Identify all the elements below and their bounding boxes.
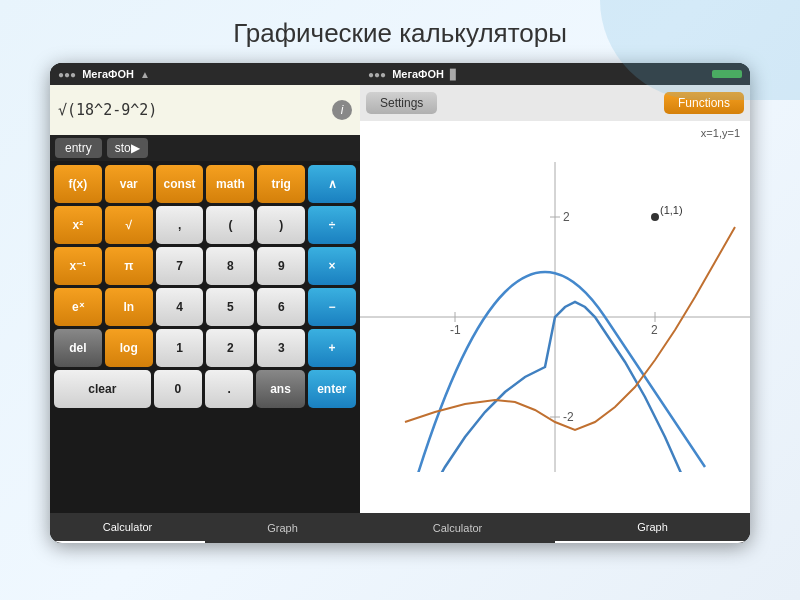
key-row-4: eˣ ln 4 5 6 −	[54, 288, 356, 326]
svg-point-11	[651, 213, 659, 221]
wifi-icon: ▲	[140, 69, 150, 80]
svg-text:(1,1): (1,1)	[660, 204, 683, 216]
key-trig[interactable]: trig	[257, 165, 305, 203]
key-del[interactable]: del	[54, 329, 102, 367]
key-sqrt[interactable]: √	[105, 206, 153, 244]
key-const[interactable]: const	[156, 165, 204, 203]
status-bar-left: ●●● МегаФОН ▲	[50, 63, 360, 85]
key-math[interactable]: math	[206, 165, 254, 203]
keypad: f(x) var const math trig ∧ x² √ , ( ) ÷ …	[50, 161, 360, 513]
key-clear[interactable]: clear	[54, 370, 151, 408]
key-lparen[interactable]: (	[206, 206, 254, 244]
green-bar	[712, 70, 742, 78]
svg-text:2: 2	[563, 210, 570, 224]
svg-text:-1: -1	[450, 323, 461, 337]
signal-icon: ●●●	[58, 69, 76, 80]
tab-graph-right[interactable]: Graph	[555, 513, 750, 543]
tab-graph-left[interactable]: Graph	[205, 513, 360, 543]
key-multiply[interactable]: ×	[308, 247, 356, 285]
key-2[interactable]: 2	[206, 329, 254, 367]
left-calculator-panel: ●●● МегаФОН ▲ √(18^2-9^2) i entry sto▶ f…	[50, 63, 360, 543]
display-expression: √(18^2-9^2)	[58, 101, 157, 119]
coord-display: x=1,y=1	[701, 127, 740, 139]
key-ans[interactable]: ans	[256, 370, 304, 408]
functions-button[interactable]: Functions	[664, 92, 744, 114]
tab-calculator-right[interactable]: Calculator	[360, 513, 555, 543]
graph-svg: -1 2 2 -2	[360, 121, 750, 513]
key-caret[interactable]: ∧	[308, 165, 356, 203]
calculator-container: ●●● МегаФОН ▲ √(18^2-9^2) i entry sto▶ f…	[50, 63, 750, 543]
battery-icon: ▊	[450, 69, 458, 80]
graph-area: x=1,y=1 -1 2 2 -2	[360, 121, 750, 513]
page-title: Графические калькуляторы	[233, 18, 567, 49]
key-xinverse[interactable]: x⁻¹	[54, 247, 102, 285]
key-row-5: del log 1 2 3 +	[54, 329, 356, 367]
key-fx[interactable]: f(x)	[54, 165, 102, 203]
carrier-label: МегаФОН	[82, 68, 134, 80]
key-plus[interactable]: +	[308, 329, 356, 367]
info-icon[interactable]: i	[332, 100, 352, 120]
key-enter[interactable]: enter	[308, 370, 356, 408]
key-3[interactable]: 3	[257, 329, 305, 367]
key-7[interactable]: 7	[156, 247, 204, 285]
entry-row: entry sto▶	[50, 135, 360, 161]
key-ex[interactable]: eˣ	[54, 288, 102, 326]
key-log[interactable]: log	[105, 329, 153, 367]
key-var[interactable]: var	[105, 165, 153, 203]
key-rparen[interactable]: )	[257, 206, 305, 244]
settings-button[interactable]: Settings	[366, 92, 437, 114]
key-row-6: clear 0 . ans enter	[54, 370, 356, 408]
key-divide[interactable]: ÷	[308, 206, 356, 244]
key-xsquared[interactable]: x²	[54, 206, 102, 244]
key-1[interactable]: 1	[156, 329, 204, 367]
svg-text:2: 2	[651, 323, 658, 337]
key-0[interactable]: 0	[154, 370, 202, 408]
sto-button[interactable]: sto▶	[107, 138, 148, 158]
key-ln[interactable]: ln	[105, 288, 153, 326]
key-8[interactable]: 8	[206, 247, 254, 285]
key-6[interactable]: 6	[257, 288, 305, 326]
key-row-3: x⁻¹ π 7 8 9 ×	[54, 247, 356, 285]
key-pi[interactable]: π	[105, 247, 153, 285]
key-minus[interactable]: −	[308, 288, 356, 326]
svg-text:-2: -2	[563, 410, 574, 424]
graph-toolbar: Settings Functions	[360, 85, 750, 121]
tab-bar-right: Calculator Graph	[360, 513, 750, 543]
key-row-2: x² √ , ( ) ÷	[54, 206, 356, 244]
entry-button[interactable]: entry	[55, 138, 102, 158]
status-bar-right: ●●● МегаФОН ▊	[360, 63, 750, 85]
right-graph-panel: ●●● МегаФОН ▊ Settings Functions x=1,y=1…	[360, 63, 750, 543]
key-comma[interactable]: ,	[156, 206, 204, 244]
signal-icon-right: ●●●	[368, 69, 386, 80]
carrier-label-right: МегаФОН	[392, 68, 444, 80]
key-9[interactable]: 9	[257, 247, 305, 285]
tab-bar-left: Calculator Graph	[50, 513, 360, 543]
key-dot[interactable]: .	[205, 370, 253, 408]
calculator-display: √(18^2-9^2) i	[50, 85, 360, 135]
key-5[interactable]: 5	[206, 288, 254, 326]
key-4[interactable]: 4	[156, 288, 204, 326]
key-row-1: f(x) var const math trig ∧	[54, 165, 356, 203]
tab-calculator-left[interactable]: Calculator	[50, 513, 205, 543]
